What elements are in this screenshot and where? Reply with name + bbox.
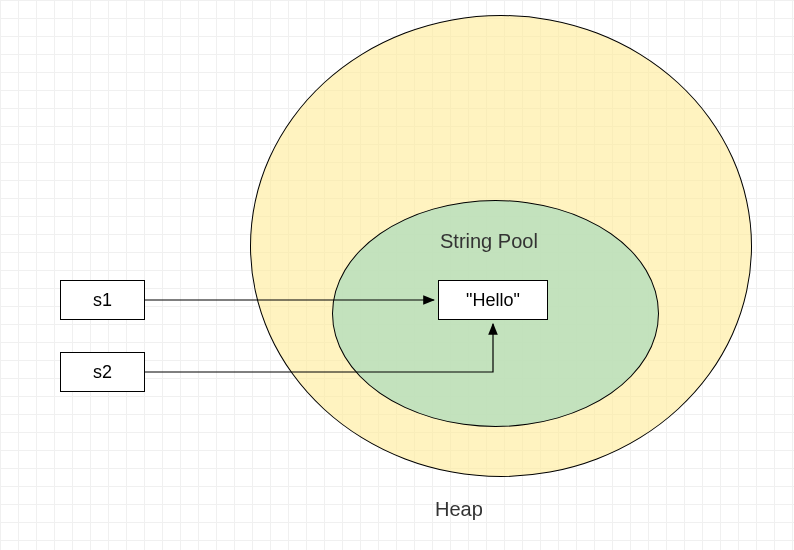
string-object-hello: "Hello" <box>438 280 548 320</box>
variable-s2-box: s2 <box>60 352 145 392</box>
string-pool-label: String Pool <box>440 230 538 253</box>
diagram-stage: String Pool Heap s1 s2 "Hello" <box>0 0 794 550</box>
heap-label: Heap <box>435 498 483 521</box>
variable-s1-box: s1 <box>60 280 145 320</box>
